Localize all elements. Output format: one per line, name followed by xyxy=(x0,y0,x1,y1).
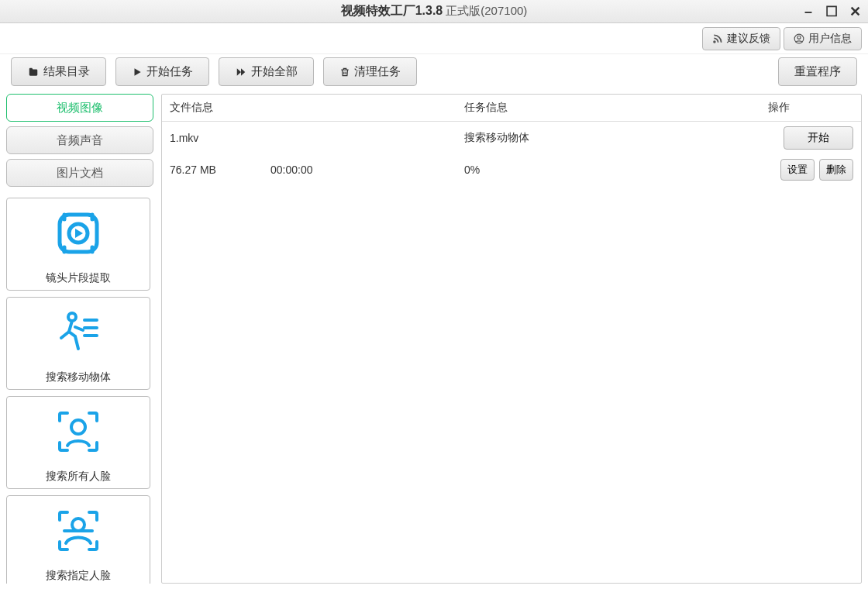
maximize-icon[interactable]: ☐ xyxy=(823,3,840,20)
tool-search-moving-objects-label: 搜索移动物体 xyxy=(46,367,111,389)
start-task-label: 开始任务 xyxy=(146,64,193,79)
tab-video-image[interactable]: 视频图像 xyxy=(6,94,153,122)
task-progress: 0% xyxy=(464,164,760,176)
window-controls: – ☐ ✕ xyxy=(800,0,863,23)
tool-extract-clips[interactable]: 镜头片段提取 xyxy=(6,198,150,291)
task-name: 搜索移动物体 xyxy=(464,131,768,145)
tab-audio-sound-label: 音频声音 xyxy=(57,133,103,148)
columns-header: 文件信息 任务信息 操作 xyxy=(162,95,861,121)
main-toolbar: 结果目录 开始任务 开始全部 清理任务 重置程序 xyxy=(0,54,868,94)
reset-program-label: 重置程序 xyxy=(794,64,841,79)
results-dir-button[interactable]: 结果目录 xyxy=(11,57,106,86)
video-clip-icon xyxy=(53,198,103,268)
task-filename: 1.mkv xyxy=(170,132,464,144)
play-icon xyxy=(132,67,143,78)
running-person-icon xyxy=(53,298,103,367)
app-title: 视频特效工厂1.3.8 xyxy=(341,3,443,19)
tool-search-all-faces[interactable]: 搜索所有人脸 xyxy=(6,396,150,489)
user-icon xyxy=(794,33,804,44)
start-task-button[interactable]: 开始任务 xyxy=(115,57,209,86)
task-delete-button[interactable]: 删除 xyxy=(819,159,853,181)
tool-search-specific-face-label: 搜索指定人脸 xyxy=(46,566,111,584)
svg-point-7 xyxy=(72,518,84,531)
tool-list[interactable]: 镜头片段提取 搜索移动物体 xyxy=(6,198,153,584)
rss-icon xyxy=(712,33,723,44)
user-info-button[interactable]: 用户信息 xyxy=(784,27,862,50)
results-dir-label: 结果目录 xyxy=(43,64,90,79)
start-all-button[interactable]: 开始全部 xyxy=(219,57,314,86)
task-row: 1.mkv 搜索移动物体 开始 76.27 MB 00:00:00 0% 设置 xyxy=(162,121,861,185)
tab-audio-sound[interactable]: 音频声音 xyxy=(6,126,153,154)
face-target-icon xyxy=(53,496,103,566)
tab-image-document[interactable]: 图片文档 xyxy=(6,159,153,187)
main-panel: 文件信息 任务信息 操作 1.mkv 搜索移动物体 开始 76.27 MB 00… xyxy=(161,94,862,584)
tab-image-document-label: 图片文档 xyxy=(57,166,103,181)
task-start-button[interactable]: 开始 xyxy=(784,126,853,150)
folder-icon xyxy=(27,67,40,78)
svg-point-0 xyxy=(714,41,715,43)
task-time: 00:00:00 xyxy=(270,164,464,176)
fast-forward-icon xyxy=(235,67,247,78)
task-filesize: 76.27 MB xyxy=(170,164,270,176)
topbar: 建议反馈 用户信息 xyxy=(0,23,868,54)
feedback-button[interactable]: 建议反馈 xyxy=(702,27,780,50)
face-scan-icon xyxy=(53,397,103,467)
minimize-icon[interactable]: – xyxy=(800,4,817,20)
user-info-label: 用户信息 xyxy=(808,32,852,46)
feedback-label: 建议反馈 xyxy=(727,32,770,46)
task-settings-button[interactable]: 设置 xyxy=(780,159,815,181)
sidebar: 视频图像 音频声音 图片文档 镜头片段提取 xyxy=(6,94,153,584)
tab-video-image-label: 视频图像 xyxy=(57,101,103,115)
body: 视频图像 音频声音 图片文档 镜头片段提取 xyxy=(0,94,868,589)
clear-tasks-label: 清理任务 xyxy=(354,64,401,79)
svg-point-2 xyxy=(797,36,801,39)
tool-search-all-faces-label: 搜索所有人脸 xyxy=(46,467,111,488)
start-all-label: 开始全部 xyxy=(251,64,298,79)
column-operations: 操作 xyxy=(768,101,853,115)
app-title-sub: 正式版(207100) xyxy=(446,4,527,19)
column-task-info: 任务信息 xyxy=(464,101,768,115)
close-icon[interactable]: ✕ xyxy=(846,3,863,20)
clear-tasks-button[interactable]: 清理任务 xyxy=(323,57,417,86)
svg-point-6 xyxy=(71,420,85,434)
trash-icon xyxy=(339,67,350,78)
column-file-info: 文件信息 xyxy=(170,101,464,115)
task-row-line1: 1.mkv 搜索移动物体 开始 xyxy=(162,122,861,154)
tool-extract-clips-label: 镜头片段提取 xyxy=(46,268,111,290)
reset-program-button[interactable]: 重置程序 xyxy=(778,57,857,86)
task-row-line2: 76.27 MB 00:00:00 0% 设置 删除 xyxy=(162,154,861,185)
tool-search-moving-objects[interactable]: 搜索移动物体 xyxy=(6,297,150,390)
task-delete-label: 删除 xyxy=(826,164,846,175)
tool-search-specific-face[interactable]: 搜索指定人脸 xyxy=(6,495,150,584)
task-settings-label: 设置 xyxy=(787,164,808,175)
titlebar: 视频特效工厂1.3.8 正式版(207100) – ☐ ✕ xyxy=(0,0,868,23)
task-start-label: 开始 xyxy=(808,131,829,143)
